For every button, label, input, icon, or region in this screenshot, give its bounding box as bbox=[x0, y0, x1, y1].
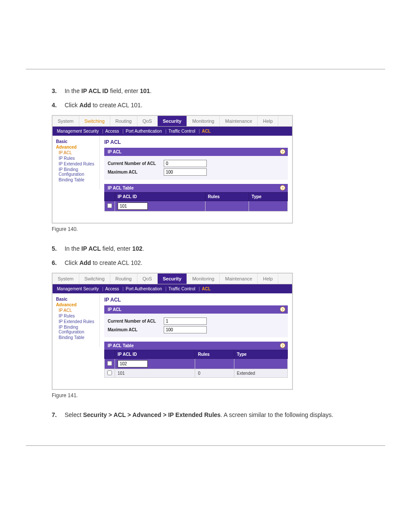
subnav-traffic[interactable]: Traffic Control bbox=[168, 286, 195, 291]
page-footer-rule bbox=[26, 445, 385, 446]
sidebar-basic[interactable]: Basic bbox=[56, 139, 97, 144]
subnav-acl[interactable]: ACL bbox=[202, 129, 211, 134]
subnav-portauth[interactable]: Port Authentication bbox=[126, 286, 162, 291]
row-type: Extended bbox=[234, 369, 287, 378]
subnav-sep: | bbox=[102, 129, 103, 134]
col-type: Type bbox=[234, 350, 287, 359]
sub-nav: Management Security| Access| Port Authen… bbox=[53, 284, 292, 293]
current-acl-input[interactable] bbox=[164, 317, 207, 325]
subnav-portauth[interactable]: Port Authentication bbox=[126, 129, 162, 134]
acl-id-input[interactable] bbox=[118, 360, 148, 367]
help-icon[interactable]: ? bbox=[280, 343, 285, 348]
row-checkbox[interactable] bbox=[107, 361, 112, 366]
max-acl-input[interactable] bbox=[164, 326, 207, 333]
current-acl-input[interactable] bbox=[164, 160, 207, 167]
step-5-text-a: In the bbox=[65, 245, 81, 252]
subnav-access[interactable]: Access bbox=[105, 286, 119, 291]
col-id: IP ACL ID bbox=[115, 350, 195, 359]
row-id: 101 bbox=[115, 369, 195, 378]
tab-maintenance[interactable]: Maintenance bbox=[220, 116, 258, 126]
current-acl-label: Current Number of ACL bbox=[108, 161, 164, 166]
step-5: 5. In the IP ACL field, enter 102. bbox=[52, 244, 385, 253]
subnav-sep: | bbox=[122, 129, 124, 134]
sidebar-item-iprules[interactable]: IP Rules bbox=[59, 156, 97, 161]
tab-qos[interactable]: QoS bbox=[137, 274, 158, 284]
table-edit-row bbox=[105, 201, 288, 212]
tab-switching[interactable]: Switching bbox=[79, 274, 110, 284]
subnav-sep: | bbox=[199, 129, 200, 134]
netgear-ui-fig140: System Switching Routing QoS Security Mo… bbox=[52, 115, 293, 224]
help-icon[interactable]: ? bbox=[280, 185, 285, 190]
tab-security[interactable]: Security bbox=[158, 274, 187, 284]
step-3-text-a: In the bbox=[65, 87, 81, 94]
main-tab-bar: System Switching Routing QoS Security Mo… bbox=[53, 116, 292, 127]
step-4-text-a: Click bbox=[65, 102, 79, 109]
sidebar: Basic Advanced IP ACL IP Rules IP Extend… bbox=[53, 136, 100, 189]
step-3-field: IP ACL ID bbox=[81, 87, 109, 94]
subnav-access[interactable]: Access bbox=[105, 129, 119, 134]
step-5-text-e: . bbox=[142, 245, 144, 252]
step-3: 3. In the IP ACL ID field, enter 101. bbox=[52, 87, 385, 96]
sidebar-item-ipbinding[interactable]: IP Binding Configuration bbox=[59, 325, 97, 334]
sidebar-advanced[interactable]: Advanced bbox=[56, 302, 97, 307]
step-7-num: 7. bbox=[52, 411, 63, 420]
sidebar-item-ipacl[interactable]: IP ACL bbox=[59, 308, 97, 313]
page-header-rule bbox=[26, 69, 385, 69]
subnav-acl[interactable]: ACL bbox=[202, 286, 211, 291]
row-checkbox[interactable] bbox=[107, 370, 112, 375]
edit-rules-cell bbox=[195, 359, 234, 369]
col-rules: Rules bbox=[205, 193, 249, 201]
max-acl-label: Maximum ACL bbox=[108, 170, 164, 174]
ui-body: Basic Advanced IP ACL IP Rules IP Extend… bbox=[53, 293, 292, 389]
edit-rules-cell bbox=[205, 201, 249, 212]
step-6-text-c: to create ACL 102. bbox=[91, 259, 142, 266]
subnav-traffic[interactable]: Traffic Control bbox=[168, 129, 195, 134]
help-icon[interactable]: ? bbox=[280, 149, 285, 154]
subnav-sep: | bbox=[102, 286, 103, 291]
current-acl-label: Current Number of ACL bbox=[108, 319, 164, 324]
sidebar-item-ipextrules[interactable]: IP Extended Rules bbox=[59, 319, 97, 324]
help-icon[interactable]: ? bbox=[280, 307, 285, 312]
tab-qos[interactable]: QoS bbox=[137, 116, 158, 126]
ipacl-table: IP ACL ID Rules Type bbox=[104, 192, 288, 212]
sidebar-basic[interactable]: Basic bbox=[56, 297, 97, 302]
row-checkbox[interactable] bbox=[107, 203, 112, 208]
figure-141-label: Figure 141. bbox=[52, 392, 385, 398]
tab-routing[interactable]: Routing bbox=[110, 116, 137, 126]
tab-help[interactable]: Help bbox=[258, 274, 278, 284]
tab-security[interactable]: Security bbox=[158, 116, 187, 126]
max-acl-input[interactable] bbox=[164, 168, 207, 176]
sidebar-item-ipbinding[interactable]: IP Binding Configuration bbox=[59, 167, 97, 177]
tab-monitoring[interactable]: Monitoring bbox=[187, 116, 220, 126]
sidebar-item-ipacl[interactable]: IP ACL bbox=[59, 150, 97, 155]
acl-id-input[interactable] bbox=[118, 202, 148, 210]
tab-routing[interactable]: Routing bbox=[110, 274, 137, 284]
step-3-text-c: field, enter bbox=[109, 87, 140, 94]
sidebar-advanced[interactable]: Advanced bbox=[56, 145, 97, 149]
sidebar-item-bindingtable[interactable]: Binding Table bbox=[59, 177, 97, 182]
subnav-sep: | bbox=[165, 129, 167, 134]
tab-help[interactable]: Help bbox=[258, 116, 278, 126]
table-row[interactable]: 101 0 Extended bbox=[105, 369, 288, 378]
ipacl-panel-body: Current Number of ACL Maximum ACL bbox=[104, 156, 288, 180]
content-pane: IP ACL IP ACL ? Current Number of ACL Ma… bbox=[100, 136, 292, 223]
tab-system[interactable]: System bbox=[53, 116, 79, 126]
tab-monitoring[interactable]: Monitoring bbox=[187, 274, 220, 284]
sidebar-item-iprules[interactable]: IP Rules bbox=[59, 314, 97, 318]
max-acl-row: Maximum ACL bbox=[108, 168, 284, 176]
step-4-num: 4. bbox=[52, 101, 63, 110]
tab-switching[interactable]: Switching bbox=[79, 116, 110, 126]
ipacl-table-head: IP ACL Table ? bbox=[104, 184, 288, 192]
tab-maintenance[interactable]: Maintenance bbox=[220, 274, 258, 284]
step-7-text-a: Select bbox=[65, 411, 83, 418]
step-7-text-c: . A screen similar to the following disp… bbox=[221, 411, 333, 418]
row-rules: 0 bbox=[195, 369, 234, 378]
content-title: IP ACL bbox=[104, 139, 288, 145]
sidebar-item-bindingtable[interactable]: Binding Table bbox=[59, 335, 97, 340]
edit-type-cell bbox=[249, 201, 288, 212]
step-7-path: Security > ACL > Advanced > IP Extended … bbox=[83, 411, 221, 418]
subnav-mgmt[interactable]: Management Security bbox=[57, 286, 99, 291]
tab-system[interactable]: System bbox=[53, 274, 79, 284]
sidebar-item-ipextrules[interactable]: IP Extended Rules bbox=[59, 162, 97, 166]
subnav-mgmt[interactable]: Management Security bbox=[57, 129, 99, 134]
